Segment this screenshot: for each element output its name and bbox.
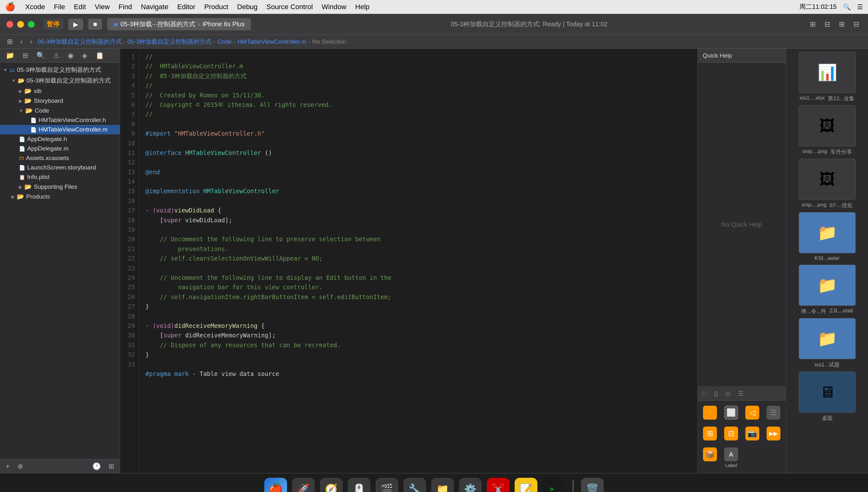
obj-back[interactable]: ◁ <box>743 404 762 421</box>
thumb-zjl[interactable]: 📁 终...令...件 ZJL...etail <box>789 265 865 315</box>
menu-icon[interactable]: ☰ <box>857 3 863 11</box>
obj-label[interactable]: A Label <box>722 445 740 470</box>
breadcrumb-item-3[interactable]: Code <box>217 38 231 45</box>
menu-debug[interactable]: Debug <box>237 3 258 11</box>
menu-window[interactable]: Window <box>322 3 347 11</box>
tree-app-delegate-h[interactable]: 📄 AppDelegate.h <box>0 134 120 144</box>
inspector-toggle-button[interactable]: ⊟ <box>851 19 862 30</box>
dock-movie[interactable]: 🎬 <box>376 478 398 492</box>
h-file-icon: 📄 <box>30 117 37 123</box>
dock-xmind[interactable]: ✂️ <box>487 478 510 492</box>
thumb-ios1[interactable]: 📁 ios1...试题 <box>789 318 865 368</box>
tree-root-project[interactable]: ▼ 🗂 05-3种加载自定义控制器的方式 <box>0 65 120 75</box>
obj-cube[interactable]: 📦 <box>701 445 719 470</box>
tab-media[interactable]: ☰ <box>735 389 747 398</box>
dock-mouse[interactable]: 🖱️ <box>348 478 371 492</box>
tree-launchscreen[interactable]: 📄 LaunchScreen.storyboard <box>0 163 120 172</box>
tree-products[interactable]: ▶ 📂 Products <box>0 192 120 201</box>
tree-info-plist[interactable]: 📋 Info.plist <box>0 172 120 182</box>
thumb-snip1[interactable]: 🖼 snip....png 车丹分享 <box>789 105 865 155</box>
dock-launchpad[interactable]: 🚀 <box>292 478 315 492</box>
stop-button[interactable]: ■ <box>88 19 102 30</box>
grid-icon: ⊞ <box>703 426 717 440</box>
thumb-desktop[interactable]: 🖥 桌面 <box>789 371 865 422</box>
tree-xib[interactable]: ▶ 📂 xib <box>0 86 120 96</box>
menu-bar-right: 周二11:02:15 🔍 ☰ <box>799 2 863 11</box>
dock-tools[interactable]: 🔧 <box>403 478 426 492</box>
tree-hm-m[interactable]: 📄 HMTableViewController.m <box>0 125 120 134</box>
line-num: 16 <box>124 196 135 205</box>
tree-storyboard[interactable]: ▶ 📂 Storyboard <box>0 96 120 106</box>
tree-code[interactable]: ▼ 📂 Code <box>0 106 120 116</box>
dock-files[interactable]: 📁 <box>431 478 454 492</box>
thumb-xlsx[interactable]: 📊 ios1....xlsx 第13...业集 <box>789 52 865 102</box>
back-button[interactable]: ‹ <box>18 37 25 47</box>
maximize-button[interactable] <box>28 21 35 28</box>
obj-camera[interactable]: 📷 <box>743 425 762 442</box>
thumb-ksi-labels: KSI...aster <box>815 255 840 262</box>
minimize-button[interactable] <box>17 21 24 28</box>
menu-help[interactable]: Help <box>355 3 369 11</box>
code-editor[interactable]: // // HMTableViewController.m // 05-3种加载… <box>139 49 697 473</box>
menu-edit[interactable]: Edit <box>74 3 86 11</box>
tree-sub-project[interactable]: ▼ 📂 05-3种加载自定义控制器的方式 <box>0 75 120 86</box>
sidebar-warning-button[interactable]: ⚠ <box>51 50 62 61</box>
close-button[interactable] <box>6 21 13 28</box>
editor-split-button[interactable]: ⊞ <box>836 19 847 30</box>
search-icon[interactable]: 🔍 <box>843 3 851 11</box>
add-file-button[interactable]: + <box>3 461 12 472</box>
breadcrumb-item-2[interactable]: 05-3种加载自定义控制器的方式 <box>127 38 211 46</box>
breadcrumb-item-4[interactable]: HMTableViewController.m <box>237 38 306 45</box>
tab-code[interactable]: {} <box>711 389 721 398</box>
menu-source-control[interactable]: Source Control <box>266 3 313 11</box>
sidebar-report-button[interactable]: 📋 <box>93 50 106 61</box>
sidebar-toggle-button[interactable]: ⊞ <box>807 19 818 30</box>
sidebar-filter-button[interactable]: ⊞ <box>20 50 31 61</box>
obj-list[interactable]: ☰ <box>765 404 783 421</box>
sidebar-icons-btn[interactable]: ⊞ <box>4 37 15 47</box>
breadcrumb-item-1[interactable]: 05-3种加载自定义控制器的方式 <box>37 38 122 46</box>
forward-button[interactable]: › <box>27 37 35 47</box>
tree-supporting[interactable]: ▶ 📂 Supporting Files <box>0 182 120 192</box>
thumb-snip2[interactable]: 🖼 snip....png 07-...优化 <box>789 159 865 209</box>
obj-play[interactable]: ▶▶ <box>765 425 783 442</box>
tab-object[interactable]: ⊙ <box>722 389 734 398</box>
sidebar-search-button[interactable]: 🔍 <box>34 50 47 61</box>
menu-find[interactable]: Find <box>119 3 132 11</box>
sidebar-clock-btn[interactable]: 🕐 <box>90 461 103 472</box>
menu-xcode[interactable]: Xcode <box>25 3 45 11</box>
sidebar-bottom-btn2[interactable]: ⊕ <box>15 461 26 472</box>
layout-button[interactable]: ⊟ <box>822 19 833 30</box>
sidebar-add-button[interactable]: 📁 <box>3 50 17 61</box>
tab-file[interactable]: □ <box>699 389 709 398</box>
line-num: 8 <box>124 119 135 129</box>
menu-editor[interactable]: Editor <box>177 3 195 11</box>
scheme-selector[interactable]: ◉ 05-3种加载···控制器的方式 › iPhone 6s Plus <box>107 18 251 30</box>
menu-navigate[interactable]: Navigate <box>141 3 169 11</box>
tree-hm-h[interactable]: 📄 HMTableViewController.h <box>0 116 120 125</box>
run-button[interactable]: ▶ <box>68 19 83 30</box>
obj-minus[interactable]: ⊟ <box>722 425 740 442</box>
dock-finder[interactable]: 🍎 <box>264 478 287 492</box>
sidebar-breakpoint-button[interactable]: ◈ <box>79 50 90 61</box>
apple-menu[interactable]: 🍎 <box>5 2 15 12</box>
menu-product[interactable]: Product <box>204 3 228 11</box>
tree-assets[interactable]: 🗃 Assets.xcassets <box>0 153 120 163</box>
dock-trash[interactable]: 🗑️ <box>581 478 604 492</box>
storyboard-icon: 📄 <box>19 165 25 171</box>
dock-settings[interactable]: ⚙️ <box>459 478 482 492</box>
file-tree: ▼ 🗂 05-3种加载自定义控制器的方式 ▼ 📂 05-3种加载自定义控制器的方… <box>0 63 120 459</box>
dock-notes[interactable]: 📝 <box>515 478 537 492</box>
mouse-icon-emoji: 🖱️ <box>353 483 365 492</box>
menu-view[interactable]: View <box>95 3 110 11</box>
sidebar-grid-btn[interactable]: ⊞ <box>106 461 117 472</box>
obj-view-controller[interactable]: 🔶 <box>701 404 719 421</box>
dock-terminal[interactable]: >_ <box>542 478 565 492</box>
obj-selection[interactable]: ⬜ <box>722 404 740 421</box>
thumb-ksi[interactable]: 📁 KSI...aster <box>789 212 865 262</box>
sidebar-git-button[interactable]: ◉ <box>65 50 76 61</box>
dock-safari[interactable]: 🧭 <box>320 478 343 492</box>
menu-file[interactable]: File <box>54 3 65 11</box>
obj-grid[interactable]: ⊞ <box>701 425 719 442</box>
tree-app-delegate-m[interactable]: 📄 AppDelegate.m <box>0 144 120 153</box>
